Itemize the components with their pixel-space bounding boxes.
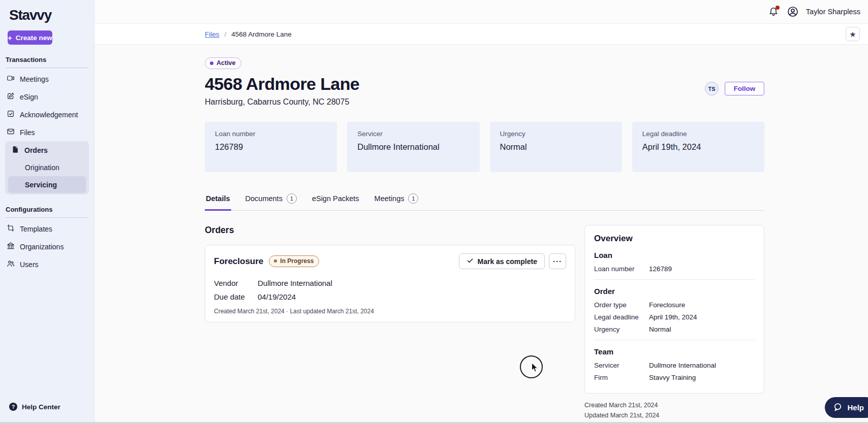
order-card-foreclosure: Foreclosure In Progress Mark xyxy=(205,245,575,322)
status-badge-label: Active xyxy=(216,59,236,67)
signature-pen-icon xyxy=(7,92,15,102)
card-value: Dullmore International xyxy=(357,142,469,152)
sidebar-item-esign[interactable]: eSign xyxy=(0,88,94,106)
tab-esign-packets[interactable]: eSign Packets xyxy=(311,193,360,211)
create-new-button[interactable]: + Create new xyxy=(8,30,52,45)
user-avatar-icon[interactable] xyxy=(787,6,799,18)
user-name[interactable]: Taylor Sharpless xyxy=(806,8,860,16)
urgency-card: Urgency Normal xyxy=(490,122,622,172)
breadcrumb-files-link[interactable]: Files xyxy=(205,30,220,38)
row-value: April 19th, 2024 xyxy=(649,313,697,321)
transactions-heading: Transactions xyxy=(0,56,94,63)
mark-as-complete-button[interactable]: Mark as complete xyxy=(459,253,545,269)
sidebar-item-label: Users xyxy=(20,260,39,269)
row-label: Loan number xyxy=(594,265,649,273)
card-value: April 19th, 2024 xyxy=(642,142,754,152)
tab-label: Details xyxy=(206,194,230,203)
overview-team-section: Team Servicer Dullmore International Fir… xyxy=(594,347,755,381)
page-content: Active 4568 Ardmore Lane Harrisburg, Cab… xyxy=(95,45,868,420)
file-timestamps: Created March 21st, 2024 Updated March 2… xyxy=(584,400,764,420)
sidebar-item-label: Organizations xyxy=(20,243,64,251)
mark-as-complete-label: Mark as complete xyxy=(478,257,538,266)
transactions-section: Transactions Meetings eSign Acknowledgem… xyxy=(0,56,94,194)
divider xyxy=(594,340,755,340)
sidebar-item-servicing[interactable]: Servicing xyxy=(8,176,86,193)
card-value: 126789 xyxy=(215,142,327,152)
sidebar-item-orders[interactable]: Orders xyxy=(5,142,89,159)
sidebar-item-label: Templates xyxy=(20,225,52,233)
question-mark-icon: ? xyxy=(9,403,17,411)
card-label: Urgency xyxy=(500,130,612,138)
sidebar-item-label: Servicing xyxy=(25,181,57,189)
tab-label: Meetings xyxy=(375,194,405,203)
sidebar-item-files[interactable]: Files xyxy=(0,123,94,141)
breadcrumb-separator: / xyxy=(225,30,227,38)
row-value: 126789 xyxy=(649,265,672,273)
favorite-star-button[interactable]: ★ xyxy=(846,27,860,41)
configurations-section: Configurations Templates Organizations U… xyxy=(0,206,94,273)
row-label: Vendor xyxy=(214,279,258,287)
star-icon: ★ xyxy=(849,30,856,38)
envelope-icon xyxy=(7,127,15,137)
overview-section-title: Loan xyxy=(594,251,755,259)
row-label: Order type xyxy=(594,301,649,309)
sidebar-item-meetings[interactable]: Meetings xyxy=(0,70,94,88)
card-label: Legal deadline xyxy=(642,130,754,138)
sidebar-item-label: Files xyxy=(20,128,35,137)
sidebar-item-templates[interactable]: Templates xyxy=(0,220,94,238)
sidebar-item-organizations[interactable]: Organizations xyxy=(0,238,94,255)
follower-avatar[interactable]: TS xyxy=(705,82,719,95)
plus-icon: + xyxy=(8,34,12,42)
tab-documents[interactable]: Documents 1 xyxy=(244,193,298,211)
updated-timestamp: Updated March 21st, 2024 xyxy=(584,410,764,420)
row-value: 04/19/2024 xyxy=(258,292,296,301)
file-header-left: Active 4568 Ardmore Lane Harrisburg, Cab… xyxy=(205,57,359,107)
sidebar-item-acknowledgement[interactable]: Acknowledgement xyxy=(0,106,94,123)
configurations-heading: Configurations xyxy=(0,206,94,213)
order-name: Foreclosure xyxy=(214,256,263,267)
create-new-label: Create new xyxy=(16,34,52,42)
more-options-button[interactable]: ··· xyxy=(549,253,566,269)
divider xyxy=(594,279,755,280)
app-window: Stavvy + Create new Transactions Meeting… xyxy=(0,0,868,424)
row-value: Stavvy Training xyxy=(649,374,696,381)
follow-button[interactable]: Follow xyxy=(725,82,764,95)
row-label: Due date xyxy=(214,292,258,301)
tab-details[interactable]: Details xyxy=(205,193,231,211)
tab-count-badge: 1 xyxy=(408,193,418,204)
page-subtitle: Harrisburg, Cabarrus County, NC 28075 xyxy=(205,97,359,107)
bank-building-icon xyxy=(7,242,15,251)
order-details: Vendor Dullmore International Due date 0… xyxy=(214,279,566,301)
overview-order-section: Order Order type Foreclosure Legal deadl… xyxy=(594,287,755,333)
overview-row: Order type Foreclosure xyxy=(594,301,755,309)
orders-column: Orders Foreclosure In Progress xyxy=(205,225,575,322)
row-value: Dullmore International xyxy=(258,279,332,287)
users-group-icon xyxy=(7,259,15,269)
breadcrumb-current: 4568 Ardmore Lane xyxy=(231,30,292,38)
overview-panel: Overview Loan Loan number 126789 Order xyxy=(584,225,764,394)
tab-bar: Details Documents 1 eSign Packets Meetin… xyxy=(205,193,764,211)
overview-column: Overview Loan Loan number 126789 Order xyxy=(584,225,764,420)
overview-section-title: Team xyxy=(594,347,755,356)
sidebar-item-origination[interactable]: Origination xyxy=(5,159,89,176)
checkbox-icon xyxy=(7,110,15,119)
check-icon xyxy=(467,257,474,266)
status-badge: Active xyxy=(205,57,241,69)
sidebar-item-label: Acknowledgement xyxy=(20,111,78,119)
overview-loan-section: Loan Loan number 126789 xyxy=(594,251,755,273)
help-center-link[interactable]: ? Help Center xyxy=(9,403,60,411)
document-icon xyxy=(12,146,19,155)
row-label: Urgency xyxy=(594,325,649,333)
card-label: Loan number xyxy=(215,130,327,138)
order-due-date-row: Due date 04/19/2024 xyxy=(214,292,566,301)
overview-row: Urgency Normal xyxy=(594,325,755,333)
help-button[interactable]: Help xyxy=(825,397,868,418)
loan-number-card: Loan number 126789 xyxy=(205,122,337,172)
breadcrumb: Files / 4568 Ardmore Lane ★ xyxy=(95,24,868,45)
main-area: Taylor Sharpless Files / 4568 Ardmore La… xyxy=(95,0,868,424)
sidebar-item-users[interactable]: Users xyxy=(0,255,94,273)
tab-count-badge: 1 xyxy=(287,193,297,204)
notifications-bell-icon[interactable] xyxy=(768,6,780,17)
tab-meetings[interactable]: Meetings 1 xyxy=(374,193,420,211)
overview-row: Firm Stavvy Training xyxy=(594,374,755,381)
